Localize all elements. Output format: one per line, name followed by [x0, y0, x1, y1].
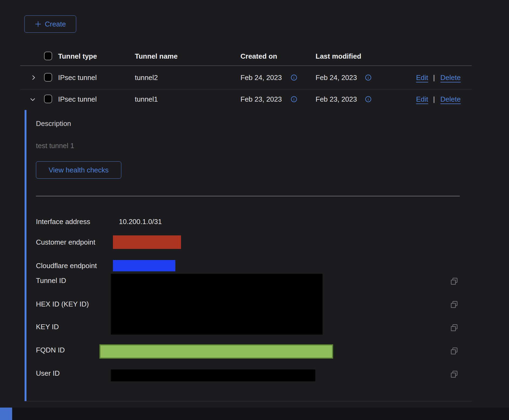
cloudflare-endpoint-redaction [113, 260, 175, 271]
edit-link[interactable]: Edit [416, 96, 428, 103]
customer-endpoint-redaction [113, 235, 181, 249]
fqdn-id-label: FQDN ID [36, 346, 65, 354]
user-id-redaction [111, 369, 315, 381]
row-divider [20, 89, 472, 89]
tunnel-type-cell: IPsec tunnel [58, 96, 97, 103]
chevron-down-icon[interactable] [29, 96, 36, 103]
link-separator: | [433, 74, 435, 82]
expanded-row-accent-bar [25, 110, 26, 401]
user-id-label: User ID [36, 370, 60, 377]
copy-icon [450, 324, 458, 332]
copy-icon [450, 347, 458, 355]
row-checkbox[interactable] [44, 73, 52, 82]
tunnels-page: Create Tunnel type Tunnel name Created o… [0, 0, 509, 420]
link-separator: | [433, 95, 435, 104]
section-divider [36, 196, 460, 196]
plus-icon [35, 21, 42, 28]
column-header-created-on: Created on [240, 53, 277, 60]
hex-id-label: HEX ID (KEY ID) [36, 301, 89, 308]
copy-icon [450, 370, 458, 378]
view-health-checks-label: View health checks [49, 166, 109, 174]
copy-button[interactable] [450, 277, 458, 285]
description-label: Description [36, 120, 71, 127]
create-button-label: Create [45, 20, 66, 28]
create-button[interactable]: Create [24, 15, 76, 33]
column-header-tunnel-type: Tunnel type [58, 53, 97, 60]
column-header-last-modified: Last modified [316, 53, 361, 60]
bottom-accent-square [0, 408, 12, 420]
tunnel-type-cell: IPsec tunnel [58, 74, 97, 81]
copy-button[interactable] [450, 324, 458, 332]
tunnel-id-label: Tunnel ID [36, 277, 66, 284]
customer-endpoint-label: Customer endpoint [36, 239, 95, 246]
last-modified-cell: Feb 24, 2023 [316, 74, 357, 81]
interface-address-label: Interface address [36, 218, 90, 225]
delete-link[interactable]: Delete [440, 74, 461, 81]
copy-button[interactable] [450, 301, 458, 309]
description-value: test tunnel 1 [36, 142, 74, 149]
chevron-right-icon[interactable] [30, 74, 37, 81]
copy-icon [450, 277, 458, 285]
info-icon[interactable]: i [291, 96, 297, 102]
cloudflare-endpoint-label: Cloudflare endpoint [36, 262, 97, 269]
ids-redaction-block [111, 274, 323, 335]
interface-address-value: 10.200.1.0/31 [119, 218, 162, 225]
copy-icon [450, 301, 458, 309]
info-icon[interactable]: i [291, 75, 297, 81]
column-header-tunnel-name: Tunnel name [135, 53, 178, 60]
info-icon[interactable]: i [365, 75, 371, 81]
edit-link[interactable]: Edit [416, 74, 428, 81]
created-on-cell: Feb 24, 2023 [240, 74, 282, 81]
copy-button[interactable] [450, 347, 458, 355]
row-checkbox[interactable] [44, 95, 52, 103]
bottom-strip [0, 408, 509, 420]
header-divider [20, 65, 472, 66]
view-health-checks-button[interactable]: View health checks [36, 161, 121, 179]
tunnel-name-cell: tunnel1 [135, 96, 158, 103]
fqdn-id-redaction [99, 344, 333, 359]
last-modified-cell: Feb 23, 2023 [316, 96, 357, 103]
tunnel-name-cell: tunnel2 [135, 74, 158, 81]
key-id-label: KEY ID [36, 323, 59, 330]
panel-bottom-divider [25, 401, 472, 401]
info-icon[interactable]: i [365, 96, 371, 102]
copy-button[interactable] [450, 370, 458, 378]
created-on-cell: Feb 23, 2023 [240, 96, 282, 103]
select-all-checkbox[interactable] [44, 52, 52, 60]
delete-link[interactable]: Delete [440, 96, 461, 103]
